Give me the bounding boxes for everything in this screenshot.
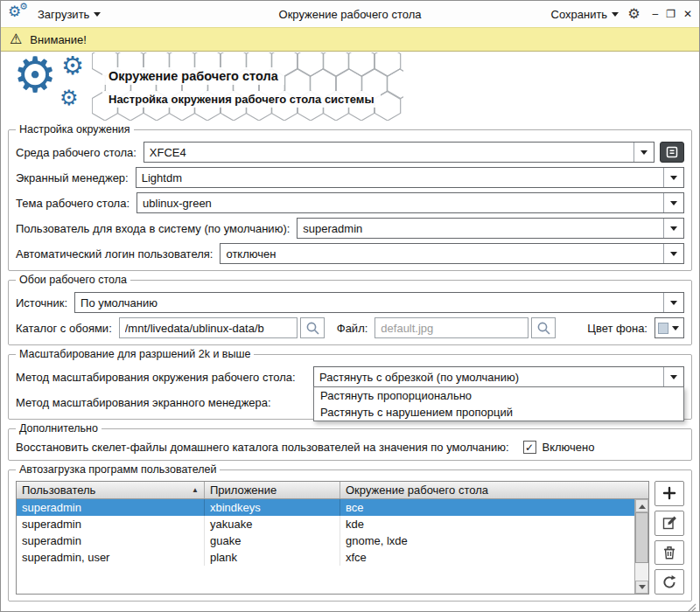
display-manager-combobox[interactable]: Lightdm	[136, 167, 684, 188]
warning-text: Внимание!	[30, 33, 87, 46]
column-header-env[interactable]: Окружение рабочего стола	[340, 482, 648, 498]
titlebar: ⚙ ⚙ Загрузить Окружение рабочего стола С…	[1, 1, 699, 27]
scrollbar-track	[635, 512, 648, 581]
save-button[interactable]: Сохранить	[551, 8, 620, 21]
load-button[interactable]: Загрузить	[38, 8, 101, 21]
scaling-desktop-method-combobox[interactable]: Растянуть с обрезкой (по умолчанию)	[313, 366, 684, 387]
theme-combobox[interactable]: ublinux-green	[136, 192, 684, 213]
group-environment-legend: Настройка окружения	[16, 123, 134, 136]
group-wallpaper-legend: Обои рабочего стола	[16, 274, 130, 286]
chevron-down-icon[interactable]	[663, 219, 683, 238]
refresh-button[interactable]	[654, 569, 684, 595]
package-icon	[664, 144, 680, 160]
browse-directory-button[interactable]	[300, 317, 325, 338]
table-row[interactable]: superadmin xbindkeys все	[17, 499, 634, 516]
refresh-icon	[662, 574, 677, 590]
scrollbar-thumb[interactable]	[635, 512, 648, 563]
page-title: Окружение рабочего стола	[102, 67, 284, 85]
column-header-user[interactable]: Пользователь ▲	[17, 482, 205, 498]
restore-skel-label: Восстановить скелет-файлы домашнего ката…	[16, 441, 509, 454]
scaling-dm-method-label: Метод масштабирования экранного менеджер…	[16, 396, 306, 409]
app-logo-gears-icon: ⚙ ⚙	[8, 3, 31, 24]
hero-header: ⚙ ⚙ ⚙ Окружение рабочего стола Настройка…	[1, 52, 699, 123]
login-user-label: Пользователь для входа в систему (по умо…	[16, 222, 290, 235]
group-additional-legend: Дополнительно	[16, 422, 102, 435]
login-user-combobox[interactable]: superadmin	[297, 218, 684, 239]
resize-grip[interactable]	[686, 603, 696, 612]
group-additional: Дополнительно Восстановить скелет-файлы …	[8, 422, 692, 461]
wallpaper-source-combobox[interactable]: По умолчанию	[74, 292, 684, 313]
autostart-actions	[654, 481, 684, 595]
autologin-combobox[interactable]: отключен	[220, 243, 684, 264]
display-manager-label: Экранный менеджер:	[16, 171, 129, 184]
maximize-button[interactable]: ❐	[666, 9, 676, 19]
chevron-down-icon[interactable]	[663, 367, 683, 386]
desktop-env-label: Среда рабочего стола:	[16, 146, 136, 159]
desktop-env-combobox[interactable]: XFCE4	[144, 142, 654, 163]
add-entry-button[interactable]	[654, 481, 684, 506]
scroll-down-button[interactable]	[635, 581, 648, 594]
group-scaling-legend: Масштабирование для разршений 2k и выше	[16, 348, 254, 360]
vertical-scrollbar	[634, 499, 648, 594]
chevron-down-icon[interactable]	[668, 318, 682, 337]
scaling-desktop-method-label: Метод масштабирования окружения рабочего…	[16, 371, 306, 384]
delete-entry-button[interactable]	[654, 540, 684, 566]
group-autostart: Автозагрузка программ пользователей Поль…	[8, 463, 692, 602]
wallpaper-file-input[interactable]	[374, 317, 528, 338]
page-subtitle: Настройка окружения рабочего стола систе…	[102, 91, 381, 108]
plus-icon	[662, 485, 677, 501]
minimize-button[interactable]: –	[652, 9, 658, 19]
scroll-up-button[interactable]	[635, 499, 648, 512]
app-logo-gears-icon: ⚙ ⚙ ⚙	[13, 56, 97, 119]
wallpaper-directory-label: Каталог с обоями:	[16, 322, 112, 335]
chevron-down-icon[interactable]	[663, 244, 683, 263]
browse-file-button[interactable]	[531, 317, 556, 338]
table-row[interactable]: superadmin, user plank xfce	[17, 549, 634, 566]
group-scaling: Масштабирование для разршений 2k и выше …	[8, 348, 692, 420]
scaling-method-dropdown: Растянуть пропорционально Растянуть с на…	[313, 386, 684, 421]
edit-entry-button[interactable]	[654, 511, 684, 536]
group-environment: Настройка окружения Среда рабочего стола…	[8, 123, 692, 271]
warning-banner: ⚠ Внимание!	[1, 27, 699, 52]
group-wallpaper: Обои рабочего стола Источник: По умолчан…	[8, 274, 692, 345]
autostart-table: Пользователь ▲ Приложение Окружение рабо…	[16, 481, 649, 595]
chevron-down-icon[interactable]	[663, 293, 683, 312]
edit-icon	[662, 515, 677, 531]
autologin-label: Автоматический логин пользователя:	[16, 247, 213, 261]
app-window: ⚙ ⚙ Загрузить Окружение рабочего стола С…	[0, 0, 700, 612]
dropdown-option-proportional[interactable]: Растянуть пропорционально	[314, 387, 683, 404]
sort-ascending-icon: ▲	[192, 486, 199, 494]
table-row[interactable]: superadmin yakuake kde	[17, 516, 634, 532]
group-autostart-legend: Автозагрузка программ пользователей	[16, 463, 220, 476]
settings-gear-icon[interactable]: ⚙	[627, 7, 640, 21]
status-bar	[1, 604, 699, 612]
table-row[interactable]: superadmin guake gnome, lxde	[17, 532, 634, 549]
chevron-down-icon[interactable]	[663, 193, 683, 212]
dropdown-option-stretch[interactable]: Растянуть с нарушением пропорций	[314, 404, 683, 421]
window-title: Окружение рабочего стола	[192, 8, 508, 21]
restore-skel-checkbox-label: Включено	[542, 441, 595, 454]
restore-skel-checkbox[interactable]: ✓	[523, 441, 536, 454]
close-button[interactable]: ✕	[683, 9, 692, 19]
check-icon: ✓	[525, 442, 534, 453]
search-icon	[536, 320, 551, 336]
column-header-app[interactable]: Приложение	[205, 482, 340, 498]
table-header: Пользователь ▲ Приложение Окружение рабо…	[17, 482, 648, 499]
theme-label: Тема рабочего стола:	[16, 197, 130, 210]
wallpaper-directory-input[interactable]	[119, 317, 298, 338]
bg-color-picker[interactable]	[654, 317, 684, 338]
chevron-down-icon	[612, 12, 619, 20]
wallpaper-file-label: Файл:	[337, 322, 368, 335]
chevron-down-icon[interactable]	[663, 168, 683, 187]
warning-icon: ⚠	[10, 32, 22, 46]
trash-icon	[662, 545, 677, 560]
bg-color-label: Цвет фона:	[587, 322, 648, 335]
chevron-down-icon[interactable]	[634, 143, 654, 162]
chevron-down-icon	[94, 12, 101, 20]
wallpaper-source-label: Источник:	[16, 296, 67, 309]
search-icon	[304, 320, 320, 336]
color-swatch	[658, 323, 668, 334]
desktop-env-extra-button[interactable]	[660, 142, 684, 163]
